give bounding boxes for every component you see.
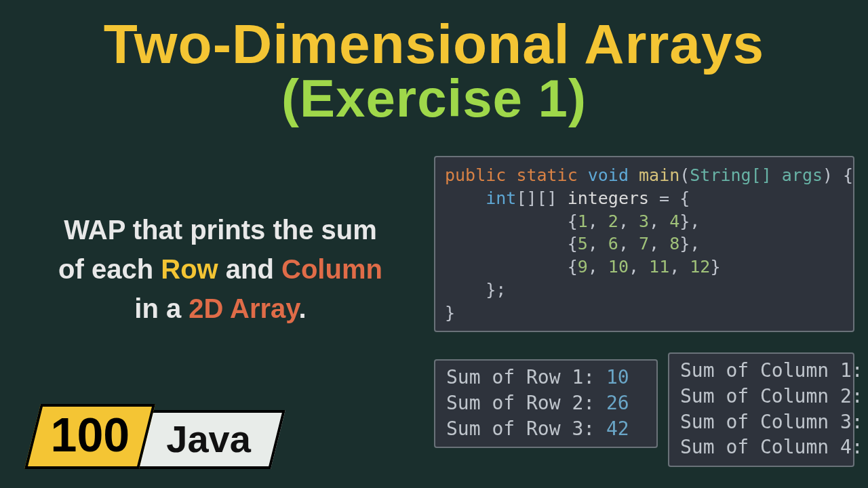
desc-row-word: Row: [161, 254, 218, 284]
arr-0-0: 1: [578, 211, 588, 231]
language-badge: Java: [136, 410, 285, 469]
row-sum-1-value: 10: [606, 366, 629, 388]
arr-1-3: 8: [669, 234, 679, 253]
exercise-description: WAP that prints the sum of each Row and …: [24, 210, 417, 328]
col-sum-4-label: Sum of Column 4:: [680, 436, 863, 458]
row-sum-2-label: Sum of Row 2:: [446, 392, 595, 414]
language-name: Java: [166, 417, 251, 461]
fn-params: String[] args: [690, 165, 823, 185]
col-sum-3-label: Sum of Column 3:: [680, 411, 863, 433]
arr-0-1: 2: [608, 211, 618, 231]
desc-array-word: 2D Array: [189, 293, 298, 323]
row-sums-output: Sum of Row 1: 10 Sum of Row 2: 26 Sum of…: [434, 359, 658, 448]
desc-part-2: of each: [58, 254, 161, 284]
row-sum-1-label: Sum of Row 1:: [446, 366, 595, 388]
arr-1-0: 5: [578, 234, 588, 253]
lesson-number-badge: 100: [24, 404, 155, 469]
arr-0-3: 4: [669, 211, 679, 231]
desc-part-3: in a: [134, 293, 189, 323]
row-sum-3-value: 42: [606, 418, 629, 440]
title-block: Two-Dimensional Arrays (Exercise 1): [0, 0, 868, 129]
row-sum-2-value: 26: [606, 392, 629, 414]
kw-public: public: [445, 165, 506, 185]
lesson-number: 100: [50, 408, 130, 462]
col-sum-1-label: Sum of Column 1:: [680, 359, 863, 382]
lesson-badge: 100 Java: [33, 404, 277, 469]
arr-0-2: 3: [639, 211, 649, 231]
row-sum-3-label: Sum of Row 3:: [446, 418, 595, 440]
fn-main: main: [639, 165, 679, 185]
arr-1-2: 7: [639, 234, 649, 253]
column-sums-output: Sum of Column 1: 15 Sum of Column 2: 18 …: [668, 352, 854, 467]
col-sum-2-label: Sum of Column 2:: [680, 385, 863, 407]
title-line-1: Two-Dimensional Arrays: [0, 12, 868, 76]
desc-column-word: Column: [281, 254, 382, 284]
desc-and: and: [218, 254, 281, 284]
arr-2-2: 11: [649, 257, 669, 277]
arr-2-3: 12: [690, 257, 710, 277]
arr-1-1: 6: [608, 234, 618, 253]
var-name: integers: [568, 188, 649, 208]
arr-2-0: 9: [578, 257, 588, 277]
kw-int: int: [486, 188, 516, 208]
desc-part-1: WAP that prints the sum: [64, 215, 377, 245]
title-line-2: (Exercise 1): [0, 68, 868, 129]
kw-void: void: [588, 165, 629, 185]
desc-tail: .: [299, 293, 307, 323]
kw-static: static: [516, 165, 577, 185]
code-snippet: public static void main(String[] args) {…: [434, 156, 854, 332]
arr-2-1: 10: [608, 257, 629, 277]
